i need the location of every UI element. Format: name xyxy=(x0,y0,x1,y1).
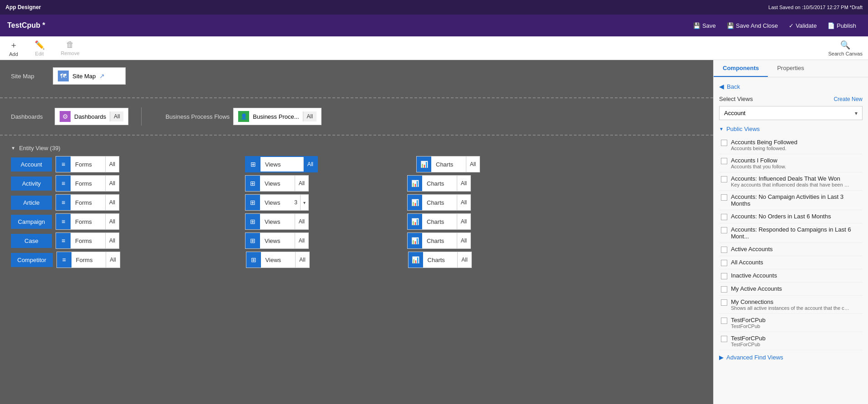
view-item[interactable]: All Accounts xyxy=(719,256,863,269)
view-checkbox-8[interactable] xyxy=(721,273,727,279)
view-item[interactable]: Accounts I Follow Accounts that you foll… xyxy=(719,154,863,172)
view-checkbox-4[interactable] xyxy=(721,214,727,220)
bpf-all[interactable]: All xyxy=(303,111,317,121)
forms-competitor-block[interactable]: ≡ Forms All xyxy=(56,252,120,268)
validate-button[interactable]: ✓ Validate xyxy=(784,20,821,31)
entity-row-account: Account ≡ Forms All ⊞ Views All 📊 Charts… xyxy=(11,156,702,172)
views-article-dropdown[interactable]: ▾ xyxy=(300,195,308,210)
view-checkbox-12[interactable] xyxy=(721,336,727,342)
back-link[interactable]: ◀ Back xyxy=(719,83,863,90)
view-item[interactable]: My Connections Shows all active instance… xyxy=(719,296,863,314)
forms-competitor-all[interactable]: All xyxy=(106,252,119,268)
forms-case-all[interactable]: All xyxy=(105,233,119,248)
views-competitor-block[interactable]: ⊞ Views All xyxy=(246,252,310,268)
view-checkbox-2[interactable] xyxy=(721,176,727,182)
advanced-find-label: Advanced Find Views xyxy=(726,354,783,361)
dashboards-name: Dashboards xyxy=(74,113,106,120)
view-item-content-4: Accounts: No Orders in Last 6 Months xyxy=(731,213,861,220)
add-button[interactable]: ＋ Add xyxy=(5,38,22,59)
charts-campaign-block[interactable]: 📊 Charts All xyxy=(407,213,471,230)
view-item[interactable]: Accounts: No Orders in Last 6 Months xyxy=(719,210,863,223)
entity-activity-button[interactable]: Activity xyxy=(11,177,52,191)
view-checkbox-5[interactable] xyxy=(721,227,727,233)
entity-account-button[interactable]: Account xyxy=(11,157,52,172)
entity-case-button[interactable]: Case xyxy=(11,234,52,248)
forms-activity-all[interactable]: All xyxy=(105,176,119,191)
forms-article-block[interactable]: ≡ Forms All xyxy=(56,194,119,211)
view-item[interactable]: My Active Accounts xyxy=(719,283,863,296)
views-campaign-block[interactable]: ⊞ Views All xyxy=(245,213,309,230)
charts-activity-block[interactable]: 📊 Charts All xyxy=(407,175,471,192)
charts-activity-all[interactable]: All xyxy=(457,176,470,191)
tab-properties[interactable]: Properties xyxy=(768,60,813,77)
dashboards-all[interactable]: All xyxy=(110,111,123,121)
charts-competitor-block[interactable]: 📊 Charts All xyxy=(408,252,472,268)
view-checkbox-11[interactable] xyxy=(721,318,727,324)
public-views-header[interactable]: ▼ Public Views xyxy=(719,126,863,132)
forms-campaign-all[interactable]: All xyxy=(105,214,119,229)
charts-activity-label: Charts xyxy=(422,180,457,187)
dashboards-box[interactable]: ⚙ Dashboards All xyxy=(55,108,128,125)
bpf-box[interactable]: 👤 Business Proce... All xyxy=(233,108,322,125)
view-checkbox-10[interactable] xyxy=(721,299,727,306)
view-item[interactable]: Accounts Being Followed Accounts being f… xyxy=(719,136,863,154)
edit-button[interactable]: ✏️ Edit xyxy=(31,38,48,58)
entity-campaign-button[interactable]: Campaign xyxy=(11,215,52,229)
view-item[interactable]: Inactive Accounts xyxy=(719,269,863,283)
charts-competitor-all[interactable]: All xyxy=(457,252,471,268)
view-item[interactable]: Accounts: Responded to Campaigns in Last… xyxy=(719,223,863,243)
view-checkbox-7[interactable] xyxy=(721,260,727,266)
entity-competitor-button[interactable]: Competitor xyxy=(11,253,53,267)
charts-campaign-all[interactable]: All xyxy=(457,214,470,229)
forms-campaign-block[interactable]: ≡ Forms All xyxy=(56,213,119,230)
sitemap-arrow-icon[interactable]: ↗ xyxy=(99,72,105,80)
forms-account-block[interactable]: ≡ Forms All xyxy=(56,156,119,172)
charts-case-block[interactable]: 📊 Charts All xyxy=(407,232,471,249)
sitemap-box[interactable]: 🗺 Site Map ↗ xyxy=(53,67,126,85)
view-item[interactable]: Accounts: Influenced Deals That We Won K… xyxy=(719,172,863,191)
view-checkbox-9[interactable] xyxy=(721,286,727,293)
view-item[interactable]: TestForCPub TestForCPub xyxy=(719,314,863,332)
charts-account-block[interactable]: 📊 Charts All xyxy=(416,156,480,172)
account-dropdown[interactable]: Account ▾ xyxy=(719,106,863,120)
save-and-close-button[interactable]: 💾 Save And Close xyxy=(722,20,783,31)
view-item-desc-10: Shows all active instances of the accoun… xyxy=(731,305,849,311)
canvas[interactable]: Site Map 🗺 Site Map ↗ Dashboards ⚙ Dashb… xyxy=(0,60,713,404)
entity-article-button[interactable]: Article xyxy=(11,196,52,210)
advanced-find-header[interactable]: ▶ Advanced Find Views xyxy=(719,354,863,361)
publish-button[interactable]: 📄 Publish xyxy=(823,20,861,31)
views-account-block[interactable]: ⊞ Views All xyxy=(245,156,318,172)
create-new-link[interactable]: Create New xyxy=(834,96,863,102)
views-competitor-all[interactable]: All xyxy=(295,252,309,268)
views-case-block[interactable]: ⊞ Views All xyxy=(245,232,309,249)
sitemap-name: Site Map xyxy=(72,73,96,80)
forms-case-block[interactable]: ≡ Forms All xyxy=(56,232,119,249)
view-checkbox-0[interactable] xyxy=(721,140,727,146)
view-checkbox-3[interactable] xyxy=(721,194,727,201)
view-item[interactable]: TestForCPub TestForCPub xyxy=(719,332,863,350)
views-account-all[interactable]: All xyxy=(303,157,317,172)
search-canvas[interactable]: 🔍 Search Canvas xyxy=(828,40,863,56)
dashboards-label: Dashboards xyxy=(11,113,47,120)
forms-competitor-label: Forms xyxy=(71,257,106,263)
forms-article-all[interactable]: All xyxy=(105,195,119,210)
charts-article-all[interactable]: All xyxy=(457,195,470,210)
views-activity-block[interactable]: ⊞ Views All xyxy=(245,175,309,192)
forms-account-all[interactable]: All xyxy=(105,157,119,172)
view-checkbox-1[interactable] xyxy=(721,158,727,164)
view-checkbox-6[interactable] xyxy=(721,247,727,253)
forms-activity-block[interactable]: ≡ Forms All xyxy=(56,175,119,192)
save-button[interactable]: 💾 Save xyxy=(689,20,720,31)
charts-account-all[interactable]: All xyxy=(466,157,480,172)
tab-components[interactable]: Components xyxy=(714,60,768,77)
views-case-all[interactable]: All xyxy=(295,233,308,248)
charts-case-all[interactable]: All xyxy=(457,233,470,248)
view-item[interactable]: Active Accounts xyxy=(719,243,863,256)
views-campaign-all[interactable]: All xyxy=(295,214,308,229)
views-activity-all[interactable]: All xyxy=(295,176,308,191)
remove-button[interactable]: 🗑 Remove xyxy=(57,38,83,58)
view-item[interactable]: Accounts: No Campaign Activities in Last… xyxy=(719,191,863,210)
entity-view-header[interactable]: ▼ Entity View (39) xyxy=(11,145,702,152)
charts-article-block[interactable]: 📊 Charts All xyxy=(407,194,471,211)
views-article-block[interactable]: ⊞ Views 3 ▾ xyxy=(245,194,309,211)
